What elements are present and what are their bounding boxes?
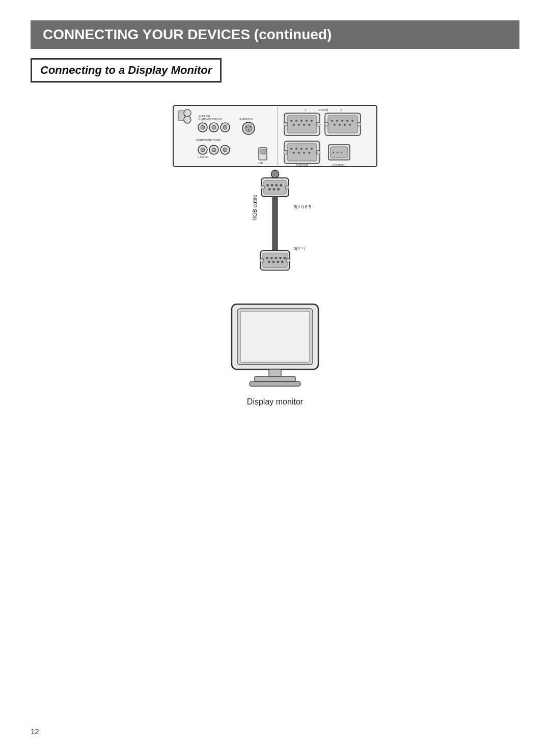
svg-point-70 — [316, 150, 320, 154]
section-title-text: Connecting to a Display Monitor — [40, 64, 212, 76]
svg-point-40 — [298, 124, 300, 126]
svg-point-73 — [333, 152, 335, 153]
svg-point-94 — [266, 257, 268, 259]
av-panel-diagram: AUDIO IN R L(MONO) VIDEO IN S-VIDEO IN C… — [168, 103, 382, 169]
svg-point-47 — [331, 120, 333, 122]
diagram-area: AUDIO IN R L(MONO) VIDEO IN S-VIDEO IN C… — [31, 103, 519, 407]
svg-point-96 — [275, 257, 278, 259]
svg-point-35 — [295, 120, 297, 122]
svg-point-101 — [277, 261, 279, 263]
svg-point-15 — [245, 125, 252, 132]
svg-point-102 — [281, 261, 284, 263]
svg-point-67 — [303, 152, 305, 154]
cable-diagram: RGB cable 3(# 0 6 5 3(# * / — [234, 169, 316, 302]
svg-text:RGB OUT: RGB OUT — [295, 164, 309, 167]
monitor-label: Display monitor — [247, 397, 303, 407]
svg-point-37 — [306, 120, 308, 122]
svg-rect-91 — [272, 197, 278, 251]
svg-text:RGB IN: RGB IN — [319, 109, 328, 112]
svg-point-21 — [201, 148, 205, 152]
svg-point-60 — [290, 148, 292, 150]
svg-rect-27 — [260, 149, 266, 154]
svg-point-54 — [344, 124, 346, 126]
svg-rect-111 — [269, 369, 281, 376]
svg-rect-46 — [328, 116, 358, 133]
svg-point-49 — [341, 120, 343, 122]
svg-rect-59 — [287, 144, 317, 161]
svg-point-3 — [184, 110, 191, 117]
section-title: Connecting to a Display Monitor — [31, 58, 222, 83]
svg-point-48 — [336, 120, 338, 122]
svg-point-52 — [334, 124, 336, 126]
svg-point-82 — [266, 184, 269, 186]
svg-text:CONTROL: CONTROL — [333, 164, 346, 167]
svg-point-69 — [284, 150, 288, 154]
header-title: CONNECTING YOUR DEVICES (continued) — [43, 26, 332, 42]
svg-point-55 — [349, 124, 351, 126]
svg-point-74 — [337, 152, 339, 153]
svg-rect-112 — [255, 376, 295, 382]
svg-point-18 — [248, 129, 250, 131]
svg-text:RGB cable: RGB cable — [252, 195, 258, 221]
svg-text:3(# * /: 3(# * / — [294, 246, 306, 251]
svg-point-53 — [339, 124, 341, 126]
svg-point-42 — [308, 124, 310, 126]
svg-point-10 — [212, 125, 216, 129]
page-number: 12 — [31, 727, 39, 736]
svg-point-64 — [311, 148, 313, 150]
svg-point-34 — [290, 120, 292, 122]
svg-point-23 — [212, 148, 216, 152]
header-banner: CONNECTING YOUR DEVICES (continued) — [31, 20, 519, 49]
svg-point-62 — [300, 148, 302, 150]
svg-text:3(# 0 6 5: 3(# 0 6 5 — [294, 204, 311, 209]
svg-rect-81 — [264, 180, 286, 194]
svg-text:1: 1 — [305, 109, 306, 112]
svg-point-89 — [261, 185, 265, 190]
svg-point-50 — [346, 120, 348, 122]
svg-point-103 — [260, 258, 264, 262]
svg-point-97 — [279, 257, 282, 259]
svg-point-66 — [298, 152, 300, 154]
svg-point-65 — [293, 152, 295, 154]
svg-text:USB: USB — [258, 161, 263, 165]
svg-rect-110 — [240, 311, 310, 362]
svg-point-99 — [268, 261, 270, 263]
svg-rect-93 — [263, 253, 287, 268]
page-container: CONNECTING YOUR DEVICES (continued) Conn… — [0, 0, 550, 756]
svg-point-16 — [246, 126, 248, 128]
svg-point-95 — [270, 257, 273, 259]
svg-point-84 — [275, 184, 278, 186]
svg-point-98 — [284, 257, 286, 259]
svg-text:R         L(MONO)  VIDEO IN: R L(MONO) VIDEO IN — [199, 118, 222, 121]
svg-point-39 — [293, 124, 295, 126]
svg-point-75 — [341, 152, 343, 153]
svg-rect-33 — [287, 116, 317, 133]
svg-point-61 — [295, 148, 297, 150]
svg-point-43 — [284, 122, 288, 126]
svg-point-68 — [308, 152, 310, 154]
svg-point-83 — [271, 184, 273, 186]
svg-rect-113 — [250, 382, 300, 386]
svg-text:2: 2 — [340, 109, 342, 112]
svg-point-85 — [280, 184, 282, 186]
svg-point-57 — [357, 122, 361, 126]
svg-point-79 — [271, 170, 279, 178]
svg-point-8 — [201, 125, 205, 129]
svg-point-56 — [324, 122, 328, 126]
monitor-diagram — [224, 302, 326, 393]
svg-point-4 — [184, 116, 191, 123]
svg-point-25 — [223, 148, 227, 152]
svg-point-63 — [306, 148, 308, 150]
svg-point-90 — [285, 185, 289, 190]
svg-point-41 — [303, 124, 305, 126]
svg-point-86 — [268, 188, 271, 191]
svg-point-36 — [300, 120, 302, 122]
svg-point-12 — [223, 125, 227, 129]
svg-point-87 — [273, 188, 276, 191]
svg-point-38 — [311, 120, 313, 122]
svg-point-44 — [316, 122, 320, 126]
svg-text:COMPONENT VIDEO: COMPONENT VIDEO — [196, 139, 221, 142]
svg-point-51 — [351, 120, 353, 122]
svg-text:S-VIDEO IN: S-VIDEO IN — [239, 118, 253, 121]
svg-point-104 — [286, 258, 290, 262]
